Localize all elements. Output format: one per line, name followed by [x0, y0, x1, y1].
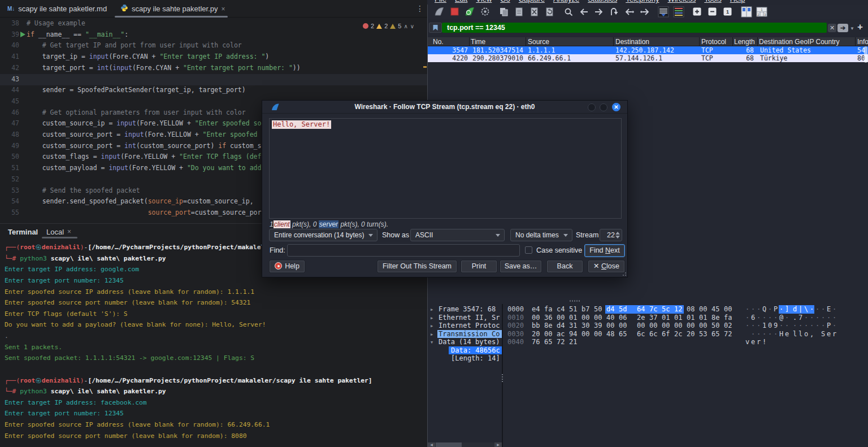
- ascii-char[interactable]: ·: [832, 305, 836, 314]
- ascii-char[interactable]: E: [827, 305, 831, 314]
- ascii-char[interactable]: ,: [810, 330, 814, 338]
- menu-view[interactable]: View: [476, 0, 492, 3]
- auto-scroll-icon[interactable]: [656, 5, 671, 18]
- details-hscrollbar[interactable]: ◀ ▶: [428, 442, 502, 447]
- ascii-char[interactable]: ·: [821, 314, 825, 322]
- ascii-char[interactable]: ·: [785, 314, 789, 322]
- hex-byte[interactable]: c4: [557, 305, 565, 314]
- hex-byte[interactable]: d4: [606, 305, 614, 314]
- start-capture-icon[interactable]: [432, 5, 447, 18]
- find-packet-icon[interactable]: [561, 5, 576, 18]
- menu-go[interactable]: Go: [500, 0, 510, 3]
- hex-byte[interactable]: 00: [606, 322, 614, 330]
- go-forward-icon[interactable]: [591, 5, 606, 18]
- hex-byte[interactable]: 01: [569, 314, 577, 322]
- ascii-char[interactable]: e: [785, 330, 789, 338]
- filter-apply-icon[interactable]: ➔: [837, 24, 848, 32]
- hex-byte[interactable]: 31: [569, 322, 577, 330]
- menu-tools[interactable]: Tools: [704, 0, 721, 3]
- hex-byte[interactable]: 00: [687, 322, 695, 330]
- ascii-char[interactable]: l: [798, 330, 802, 338]
- column-header-destination[interactable]: Destination: [615, 38, 649, 46]
- column-divider[interactable]: [526, 37, 526, 46]
- ascii-char[interactable]: ·: [745, 305, 749, 314]
- ascii-char[interactable]: .: [793, 314, 797, 322]
- tree-row[interactable]: ▼Data (14 bytes): [428, 338, 502, 346]
- column-header-source[interactable]: Source: [528, 38, 549, 46]
- ascii-char[interactable]: 6: [751, 314, 755, 322]
- ascii-char[interactable]: ·: [798, 322, 802, 330]
- save-file-icon[interactable]: [511, 5, 527, 18]
- ascii-char[interactable]: ·: [832, 314, 836, 322]
- column-header-no-[interactable]: No.: [433, 38, 444, 46]
- hex-byte[interactable]: 5d: [619, 305, 627, 314]
- show-as-dropdown[interactable]: ASCII: [410, 229, 505, 241]
- packet-row[interactable]: 4220290.28037901066.249.66.157.144.126.1…: [428, 54, 868, 62]
- hex-byte[interactable]: 00: [699, 322, 707, 330]
- ascii-char[interactable]: ·: [779, 305, 783, 314]
- ascii-char[interactable]: ·: [821, 305, 825, 314]
- find-input[interactable]: [287, 244, 520, 257]
- delta-times-dropdown[interactable]: No delta times: [510, 229, 572, 241]
- filter-clear-icon[interactable]: ✕: [828, 24, 836, 32]
- hex-byte[interactable]: 40: [606, 314, 614, 322]
- column-header-protocol[interactable]: Protocol: [701, 38, 726, 46]
- go-first-packet-icon[interactable]: [622, 5, 637, 18]
- capture-options-icon[interactable]: [478, 5, 493, 18]
- ascii-char[interactable]: ·: [815, 305, 819, 314]
- hex-byte[interactable]: 01: [662, 314, 670, 322]
- tab-close-icon[interactable]: ×: [221, 5, 225, 13]
- ascii-char[interactable]: d: [793, 305, 797, 314]
- hex-byte[interactable]: 94: [569, 330, 577, 338]
- go-to-packet-icon[interactable]: [606, 5, 622, 18]
- hex-dump-pane[interactable]: 0000e4fac451b750d45d647c5c1208004500···Q…: [503, 304, 868, 447]
- conversation-dropdown[interactable]: Entire conversation (14 bytes): [269, 229, 377, 241]
- tree-row[interactable]: ▶Internet Protoc: [428, 322, 502, 330]
- hex-byte[interactable]: 51: [569, 305, 577, 314]
- ascii-char[interactable]: l: [793, 330, 797, 338]
- ascii-char[interactable]: @: [779, 314, 783, 322]
- ascii-char[interactable]: S: [821, 330, 825, 338]
- hex-byte[interactable]: 53: [699, 330, 707, 338]
- ascii-char[interactable]: ·: [757, 330, 761, 338]
- run-gutter-icon[interactable]: [20, 32, 25, 37]
- ascii-char[interactable]: P: [827, 322, 831, 330]
- ascii-char[interactable]: r: [832, 330, 836, 338]
- hex-byte[interactable]: 21: [569, 338, 577, 346]
- ascii-char[interactable]: ·: [768, 330, 772, 338]
- ascii-char[interactable]: o: [804, 330, 808, 338]
- ascii-char[interactable]: !: [762, 338, 766, 346]
- menu-wireless[interactable]: Wireless: [667, 0, 696, 3]
- menu-help[interactable]: Help: [730, 0, 745, 3]
- hex-byte[interactable]: 48: [606, 330, 614, 338]
- menu-file[interactable]: File: [435, 0, 446, 3]
- hex-byte[interactable]: 00: [594, 330, 602, 338]
- hex-byte[interactable]: 39: [594, 322, 602, 330]
- hex-byte[interactable]: 65: [619, 330, 627, 338]
- hex-byte[interactable]: bb: [532, 322, 540, 330]
- ascii-char[interactable]: ·: [832, 322, 836, 330]
- tree-row[interactable]: ▶Frame 3547: 68: [428, 305, 502, 314]
- dialog-titlebar[interactable]: Wireshark · Follow TCP Stream (tcp.strea…: [262, 101, 627, 114]
- resize-columns-icon[interactable]: [739, 5, 754, 18]
- ascii-char[interactable]: ·: [745, 314, 749, 322]
- ascii-char[interactable]: \: [804, 305, 808, 314]
- ascii-char[interactable]: ·: [779, 322, 783, 330]
- hex-byte[interactable]: 76: [532, 338, 540, 346]
- hex-byte[interactable]: 00: [674, 322, 682, 330]
- hex-byte[interactable]: 12: [674, 305, 682, 314]
- hex-byte[interactable]: d4: [557, 322, 565, 330]
- ascii-char[interactable]: ·: [757, 305, 761, 314]
- save-as-button[interactable]: Save as…: [500, 260, 542, 273]
- reload-file-icon[interactable]: [542, 5, 557, 18]
- menu-statistics[interactable]: Statistics: [588, 0, 617, 3]
- column-header-length[interactable]: Length: [734, 38, 755, 46]
- hex-byte[interactable]: 50: [711, 322, 719, 330]
- filter-out-button[interactable]: Filter Out This Stream: [377, 260, 457, 273]
- menu-analyze[interactable]: Analyze: [553, 0, 579, 3]
- hex-byte[interactable]: 65: [711, 330, 719, 338]
- ascii-char[interactable]: ·: [810, 322, 814, 330]
- ascii-char[interactable]: 7: [798, 314, 802, 322]
- hex-byte[interactable]: 72: [557, 338, 565, 346]
- ascii-char[interactable]: Q: [762, 305, 766, 314]
